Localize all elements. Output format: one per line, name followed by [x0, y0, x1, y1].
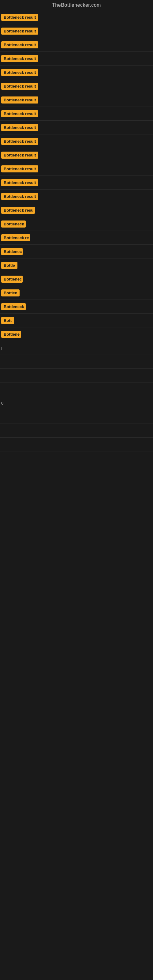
- list-item: Bottleneck result: [0, 121, 153, 134]
- list-item: Bottleneck result: [0, 176, 153, 189]
- list-item: Bottleneck result: [0, 24, 153, 38]
- bottleneck-result-badge[interactable]: Bottleneck result: [1, 27, 38, 35]
- bottleneck-result-badge[interactable]: Bottleneck result: [1, 193, 38, 200]
- list-item: [0, 369, 153, 382]
- bottleneck-result-badge[interactable]: Bottleneck result: [1, 124, 38, 131]
- list-item: Bottleneck resu: [0, 204, 153, 217]
- list-item: Bottleneck re: [0, 231, 153, 245]
- list-item: Bottleneck: [0, 217, 153, 231]
- bottleneck-result-badge[interactable]: Bottleneck: [1, 221, 26, 228]
- bottleneck-result-badge[interactable]: Bottleneck result: [1, 165, 38, 172]
- bottleneck-result-badge[interactable]: Bottle: [1, 262, 18, 269]
- list-item: Bottleneck result: [0, 148, 153, 162]
- bottleneck-result-badge[interactable]: Bottleneck result: [1, 179, 38, 186]
- list-item: Bott: [0, 313, 153, 328]
- cursor-indicator: |: [1, 346, 2, 350]
- list-item: 0: [0, 396, 153, 410]
- bottleneck-result-badge[interactable]: Bottleneck resu: [1, 207, 35, 214]
- list-item: Bottleneck result: [0, 65, 153, 79]
- list-item: Bottlene: [0, 328, 153, 341]
- bottleneck-result-badge[interactable]: Bottleneck result: [1, 138, 38, 145]
- list-item: [0, 382, 153, 396]
- site-title: TheBottlenecker.com: [0, 0, 153, 10]
- list-item: Bottleneck result: [0, 38, 153, 52]
- cursor-indicator: 0: [1, 401, 3, 406]
- list-item: Bottlenec: [0, 245, 153, 258]
- bottleneck-result-badge[interactable]: Bottlenec: [1, 275, 22, 283]
- bottleneck-result-badge[interactable]: Bottleneck: [1, 303, 26, 310]
- bottleneck-result-badge[interactable]: Bottleneck result: [1, 83, 38, 90]
- bottleneck-result-badge[interactable]: Bottleneck re: [1, 234, 30, 241]
- bottleneck-result-badge[interactable]: Bottleneck result: [1, 151, 38, 159]
- list-item: Bottle: [0, 258, 153, 272]
- list-item: Bottleneck result: [0, 10, 153, 24]
- list-item: Bottleneck: [0, 300, 153, 313]
- bottleneck-result-badge[interactable]: Bottlen: [1, 290, 19, 296]
- list-item: Bottleneck result: [0, 107, 153, 121]
- bottleneck-result-badge[interactable]: Bottleneck result: [1, 110, 38, 117]
- list-item: Bottleneck result: [0, 79, 153, 93]
- list-item: [0, 424, 153, 438]
- list-item: Bottleneck result: [0, 162, 153, 176]
- bottleneck-result-badge[interactable]: Bottlene: [1, 331, 21, 338]
- bottleneck-result-badge[interactable]: Bottleneck result: [1, 97, 38, 103]
- list-item: Bottleneck result: [0, 93, 153, 107]
- list-item: Bottlenec: [0, 272, 153, 286]
- bottleneck-result-badge[interactable]: Bottleneck result: [1, 14, 38, 21]
- site-header: TheBottlenecker.com: [0, 0, 153, 10]
- list-item: |: [0, 341, 153, 355]
- bottleneck-result-badge[interactable]: Bott: [1, 317, 14, 324]
- list-item: Bottlen: [0, 286, 153, 300]
- bottleneck-result-badge[interactable]: Bottleneck result: [1, 69, 38, 76]
- list-item: Bottleneck result: [0, 134, 153, 148]
- list-item: [0, 438, 153, 452]
- list-item: Bottleneck result: [0, 189, 153, 204]
- bottleneck-result-badge[interactable]: Bottleneck result: [1, 41, 38, 48]
- list-item: Bottleneck result: [0, 52, 153, 65]
- list-item: [0, 355, 153, 369]
- bottleneck-result-badge[interactable]: Bottlenec: [1, 248, 22, 255]
- list-item: [0, 410, 153, 424]
- bottleneck-result-badge[interactable]: Bottleneck result: [1, 55, 38, 62]
